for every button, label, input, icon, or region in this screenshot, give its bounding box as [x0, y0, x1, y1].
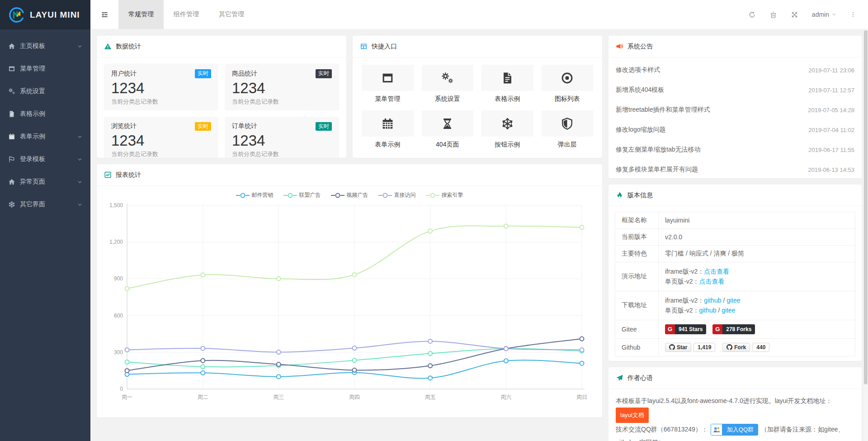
notice-date: 2019-07-11 23:06 [808, 67, 854, 74]
card-title: 快捷入口 [372, 43, 397, 51]
scrollbar[interactable] [863, 29, 868, 441]
snowflake-icon [501, 117, 514, 130]
quick-label: 弹出层 [542, 141, 594, 149]
notice-item[interactable]: 新增系统404模板 2019-07-11 12:57 [616, 80, 854, 100]
data-point [201, 273, 205, 277]
qq-group-icon [711, 424, 722, 436]
github-fork-count[interactable]: 440 [752, 343, 769, 352]
stat-desc: 当前分类总记录数 [111, 98, 211, 106]
sidebar-item-menu-management[interactable]: 菜单管理 [0, 57, 90, 80]
sidebar-item-system-settings[interactable]: 系统设置 [0, 80, 90, 103]
quick-popup-layer[interactable]: 弹出层 [542, 110, 594, 149]
sidebar-item-error-pages[interactable]: 异常页面 [0, 171, 90, 193]
stat-label: 订单统计 [232, 122, 257, 130]
realtime-badge: 实时 [316, 69, 332, 78]
legend-line-icon [331, 192, 344, 199]
home-icon [8, 43, 15, 50]
demo-link-iframe[interactable]: 点击查看 [704, 268, 729, 275]
quick-label: 图标列表 [542, 95, 594, 103]
x-tick-label: 周日 [576, 394, 587, 400]
version-row-label: Github [615, 338, 659, 356]
shield-icon [561, 117, 574, 130]
notice-item[interactable]: 修改选项卡样式 2019-07-11 23:06 [616, 60, 854, 80]
download-link-github[interactable]: github [704, 297, 721, 304]
data-point [428, 376, 432, 380]
download-link-github[interactable]: github [699, 307, 716, 314]
more-icon[interactable] [850, 11, 856, 18]
github-star-count[interactable]: 1,419 [693, 343, 715, 352]
demo-link-single-page[interactable]: 点击查看 [699, 278, 724, 285]
quick-button-example[interactable]: 按钮示例 [481, 110, 533, 149]
github-fork-label: Fork [734, 344, 746, 351]
notice-date: 2019-07-11 12:57 [808, 87, 854, 94]
notice-text: 修改选项卡样式 [616, 66, 660, 74]
quick-system-settings[interactable]: 系统设置 [422, 65, 474, 103]
sidebar-collapse-button[interactable] [90, 0, 118, 29]
chevron-down-icon [832, 12, 836, 17]
data-point [580, 348, 584, 352]
tab-general-management[interactable]: 常规管理 [118, 0, 164, 29]
trash-icon[interactable] [769, 11, 777, 19]
gitee-stars-badge[interactable]: G 941 Stars [665, 324, 706, 334]
card-data-statistics: 数据统计 用户统计 实时 1234 当前分类总记录数 [97, 36, 346, 158]
fullscreen-icon[interactable] [791, 11, 798, 19]
y-tick-label: 300 [114, 349, 123, 356]
download-link-gitee[interactable]: gitee [726, 297, 740, 304]
window-icon [8, 65, 15, 72]
sidebar-item-other-ui[interactable]: 其它界面 [0, 193, 90, 216]
notice-date: 2019-07-05 14:28 [808, 107, 854, 114]
quick-table-example[interactable]: 表格示例 [481, 65, 533, 103]
quick-label: 菜单管理 [362, 95, 414, 103]
download-link-gitee[interactable]: gitee [722, 307, 735, 314]
sidebar-item-home-templates[interactable]: 主页模板 [0, 35, 90, 57]
shrink-icon [100, 10, 109, 19]
chevron-down-icon [77, 134, 82, 139]
quick-404-page[interactable]: 404页面 [422, 110, 474, 149]
version-row-label: 当前版本 [615, 229, 659, 246]
github-fork-button[interactable]: Fork [722, 343, 750, 352]
quick-form-example[interactable]: 表单示例 [362, 110, 414, 149]
chart-line-icon [104, 171, 112, 179]
layui-doc-button[interactable]: layui文档 [616, 408, 649, 422]
legend-label: 视频广告 [347, 191, 368, 199]
gitee-forks-badge[interactable]: G 278 Forks [712, 324, 755, 334]
sidebar-menu: 主页模板 菜单管理 系统设置 表格示例 表单示例 登录 [0, 29, 90, 216]
legend-item[interactable]: 联盟广告 [283, 191, 321, 199]
notice-item[interactable]: 修复多模块菜单栏展开有问题 2019-06-13 14:53 [616, 160, 854, 178]
y-tick-label: 900 [114, 275, 123, 282]
quick-menu-management[interactable]: 菜单管理 [362, 65, 414, 103]
github-star-button[interactable]: Star [665, 343, 691, 352]
notice-item[interactable]: 修改logo缩放问题 2019-07-04 11:02 [616, 120, 854, 140]
sidebar-item-table-examples[interactable]: 表格示例 [0, 103, 90, 125]
table-row: 下载地址 iframe版-v2：github / gitee 单页版-v2：gi… [615, 291, 855, 320]
stat-label: 用户统计 [111, 70, 137, 78]
data-point [201, 371, 205, 375]
user-menu[interactable]: admin [812, 11, 836, 18]
legend-item[interactable]: 邮件营销 [236, 191, 274, 199]
author-paragraph-2: 技术交流QQ群（667813249）： [616, 426, 708, 433]
logo-text: LAYUI MINI [30, 10, 80, 20]
sidebar-item-label: 登录模板 [20, 155, 45, 163]
version-row-label: 演示地址 [615, 262, 659, 291]
tab-component-management[interactable]: 组件管理 [164, 0, 209, 29]
sidebar-item-form-examples[interactable]: 表单示例 [0, 125, 90, 148]
stat-label: 商品统计 [232, 70, 257, 78]
data-point [504, 346, 508, 351]
sidebar-item-login-templates[interactable]: 登录模板 [0, 148, 90, 171]
join-qq-group-button[interactable]: 加入QQ群 [711, 424, 758, 436]
legend-item[interactable]: 视频广告 [331, 191, 368, 199]
tab-bar: 常规管理 组件管理 其它管理 [118, 0, 254, 29]
data-point [353, 368, 357, 372]
y-tick-label: 0 [120, 386, 123, 392]
tab-other-management[interactable]: 其它管理 [209, 0, 254, 29]
notice-item[interactable]: 新增treetable插件和菜单管理样式 2019-07-05 14:28 [616, 100, 854, 120]
refresh-icon[interactable] [748, 11, 756, 19]
logo[interactable]: LAYUI MINI [0, 0, 90, 29]
scrollbar-thumb[interactable] [864, 30, 868, 384]
legend-item[interactable]: 直接访问 [378, 191, 416, 199]
notice-item[interactable]: 修复左侧菜单缩放tab无法移动 2019-06-17 11:55 [616, 140, 854, 160]
y-tick-label: 600 [114, 313, 123, 319]
quick-icon-list[interactable]: 图标列表 [542, 65, 594, 103]
legend-item[interactable]: 搜索引擎 [426, 191, 463, 199]
gitee-stars-count: 941 Stars [675, 324, 706, 334]
